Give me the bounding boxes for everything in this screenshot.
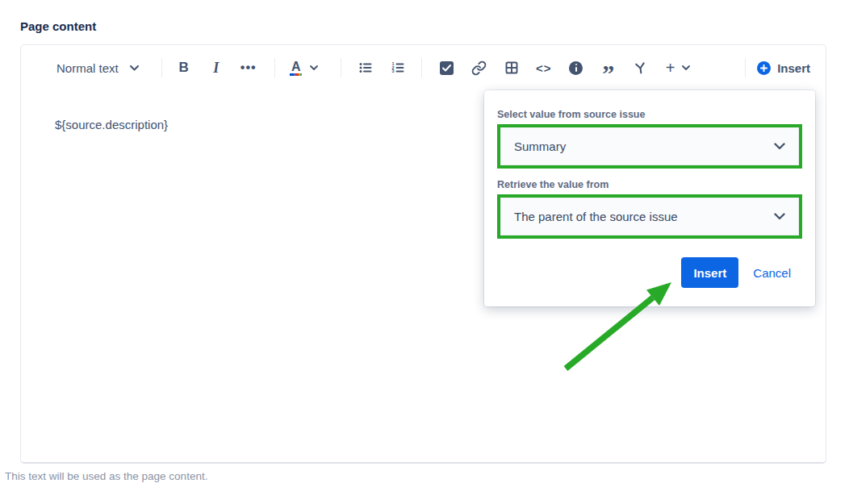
toolbar-insert-button[interactable]: Insert	[757, 61, 810, 75]
source-field-highlight: Summary	[497, 124, 802, 169]
more-formatting-button[interactable]: •••	[235, 55, 262, 81]
insert-more-button[interactable]: +	[659, 55, 696, 81]
code-button[interactable]: <>	[530, 55, 558, 81]
svg-text:3: 3	[391, 69, 394, 73]
toolbar-separator	[274, 58, 275, 77]
plus-circle-icon	[757, 61, 771, 75]
info-panel-button[interactable]	[563, 55, 590, 81]
retrieve-field-value: The parent of the source issue	[514, 210, 678, 223]
decision-button[interactable]	[627, 55, 655, 81]
popup-insert-button[interactable]: Insert	[681, 257, 738, 288]
table-button[interactable]	[498, 55, 525, 81]
toolbar-separator	[745, 58, 746, 77]
table-icon	[504, 60, 519, 75]
chevron-down-icon	[774, 213, 785, 220]
text-style-label: Normal text	[56, 61, 119, 75]
retrieve-field-label: Retrieve the value from	[497, 179, 802, 190]
field-help-text: This text will be used as the page conte…	[5, 470, 207, 482]
chevron-down-icon	[130, 65, 139, 71]
numbered-list-button[interactable]: 123	[384, 55, 412, 81]
link-button[interactable]	[466, 55, 493, 81]
toolbar-insert-label: Insert	[777, 61, 810, 75]
chevron-down-icon	[682, 65, 690, 70]
editor-content-text: ${source.description}	[55, 118, 168, 131]
page-title: Page content	[20, 19, 96, 33]
italic-button[interactable]: I	[203, 55, 230, 81]
popup-actions: Insert Cancel	[497, 257, 802, 288]
link-icon	[471, 60, 487, 76]
text-color-button[interactable]: A	[286, 55, 323, 81]
checkbox-icon	[440, 61, 454, 75]
source-field-label: Select value from source issue	[497, 109, 802, 120]
plus-icon: +	[666, 60, 675, 75]
info-icon	[569, 61, 583, 75]
toolbar-separator	[421, 58, 422, 77]
bullet-list-button[interactable]	[352, 55, 379, 81]
chevron-down-icon	[310, 65, 318, 70]
bold-button[interactable]: B	[170, 55, 198, 81]
text-color-icon: A	[290, 60, 302, 76]
chevron-down-icon	[774, 143, 785, 150]
task-list-button[interactable]	[433, 55, 461, 81]
text-style-dropdown[interactable]: Normal text	[53, 55, 142, 81]
retrieve-field-highlight: The parent of the source issue	[497, 194, 802, 239]
decision-icon	[634, 61, 647, 75]
editor-toolbar: Normal text B I ••• A	[21, 45, 826, 90]
popup-cancel-button[interactable]: Cancel	[753, 266, 791, 280]
toolbar-separator	[341, 58, 341, 77]
source-field-dropdown[interactable]: Summary	[500, 127, 799, 165]
insert-value-popup: Select value from source issue Summary R…	[484, 90, 815, 306]
source-field-value: Summary	[514, 140, 566, 153]
toolbar-separator	[161, 58, 162, 77]
numbered-list-icon: 123	[391, 60, 405, 75]
quote-button[interactable]: ”	[595, 55, 622, 81]
retrieve-field-dropdown[interactable]: The parent of the source issue	[500, 198, 799, 235]
bullet-list-icon	[358, 60, 373, 75]
